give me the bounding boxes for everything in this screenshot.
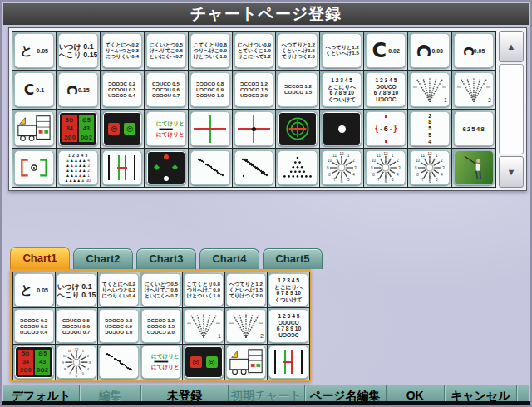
chart-cell[interactable]: 1 2 3 4 5ƆOUCO6 7 8 9 10UƆOƆC [364,71,407,109]
chart-cell[interactable]: にくいとつ0.5けへりてこ0.6といにくへ0.7 [145,32,188,70]
chart-cell[interactable] [101,149,144,187]
chart-cell[interactable]: にてけりとにてけりと [140,345,182,380]
chart-cell[interactable] [189,149,232,187]
chart-cell[interactable]: 5⊙342⊙0⊙5430⊙2 [57,110,100,148]
tab-chart4[interactable]: Chart4 [200,248,259,269]
chart-cell[interactable]: 1 2 3 4 5とこにりへ6 7 8 9 10くついけて [268,272,309,307]
chart-thumb-cross_dot [234,111,274,146]
chart-cell[interactable]: 1 2 3 4 5とこにりへ6 7 8 9 10くついけて [320,71,363,109]
chart-cell[interactable] [12,149,56,187]
chart-cell[interactable]: 28554 [408,110,451,148]
chart-cell[interactable] [233,149,276,187]
tab-chart2[interactable]: Chart2 [73,248,133,269]
chart-cell[interactable]: 62548 [452,110,495,148]
chart-library-grid: と0.05いつけ 0.1へこり 0.15てくとにへ0.2りへいつと0.3につりく… [12,31,496,188]
chart-cell[interactable]: にてけりとにてけりと [145,110,188,148]
chart-cell[interactable]: CƆUCO 0.5ƆOCƆU 0.6OƆƆOU 0.7 [145,71,188,109]
svg-text:10: 10 [372,159,376,163]
chart-thumb-num_landolt: 1 2 3 4 5ƆOUCO6 7 8 9 10UƆOƆC [268,309,308,342]
svg-text:9: 9 [415,166,417,170]
chart-cell[interactable]: ƆCCOƆ 1.2COƆCO 1.5 [276,71,319,109]
chart-cell[interactable]: にへけつい0.9とていくこ1.0りこにへて1.2 [233,32,276,70]
scrollbar-track[interactable] [499,64,524,154]
chart-thumb-worth4 [146,150,186,185]
chart-cell[interactable]: CƆUCO 0.5ƆOCƆU 0.6OƆƆOU 0.7 [56,308,97,343]
chart-cell[interactable]: C0.15 [57,71,100,109]
chart-cell[interactable] [276,110,319,148]
chart-cell[interactable]: こてくとり0.8つりへけこ0.9けとついく1.0 [189,32,232,70]
chart-cell[interactable]: C0.02 [364,32,407,70]
chart-cell[interactable]: 1 2 3 4 5ƆOUCO6 7 8 9 10UƆOƆC [268,308,309,343]
chart-cell[interactable]: ƆƆOCO 0.8UƆCOC 0.9ƆOƆUO 1.0 [98,308,140,343]
chart-cell[interactable]: へつてりと1.2くといへけ1.5てりけつく2.0 [225,272,267,307]
chart-thumb-cross [190,111,230,146]
chart-thumb-vert_digits: 28554 [410,111,450,146]
chart-cell[interactable]: ƆOOƆC 0.2COƆOU 0.3UƆCOƆ 0.4 [13,308,55,343]
chart-cell[interactable] [320,110,363,148]
chart-cell[interactable]: てくとにへ0.2りへいつと0.3につりくい0.4 [98,272,140,307]
chart-cell[interactable]: てくとにへ0.2りへいつと0.3につりくい0.4 [101,32,144,70]
chart-cell[interactable] [189,110,232,148]
chart-cell[interactable]: 2 [452,71,495,109]
scroll-down-button[interactable]: ▼ [499,156,524,188]
chart-cell[interactable]: C0.05 [452,32,495,70]
chart-cell[interactable]: 121234567891011 [320,149,363,187]
chart-cell[interactable]: 5⊙342⊙0⊙5430⊙2 [13,345,55,380]
chart-cell[interactable]: いつけ 0.1へこり 0.15 [56,272,97,307]
chart-cell[interactable]: ƆƆOCO 0.8UƆCOC 0.9ƆOƆUO 1.0 [189,71,232,109]
chart-cell[interactable]: ƆOOƆC 0.2COƆOU 0.3UƆCOƆ 0.4 [101,71,144,109]
chart-cell[interactable] [12,110,56,148]
chart-cell[interactable]: C0.03 [408,32,451,70]
svg-text:8: 8 [373,173,376,177]
chart-cell[interactable]: 1 [183,308,224,343]
chart-cell[interactable] [233,110,276,148]
library-scrollbar: ▲ ▼ [499,31,524,188]
chart-cell[interactable]: いつけ 0.1へこり 0.15 [57,32,100,70]
chart-cell[interactable]: 1 2 3 4 5▲▲▲▲▲4'▲▲▲▲▲3'▲▲▲▲▲2'▲▲▲▲▲1'▲▲▲… [57,149,100,187]
chart-thumb-white_spot [322,111,362,146]
svg-text:5: 5 [392,178,394,182]
tab-chart1[interactable]: Chart1 [10,247,70,269]
chart-cell[interactable] [276,149,319,187]
chart-cell[interactable]: にくいとつ0.5けへりてこ0.6といにくへ0.7 [140,272,182,307]
chart-thumb-kana_005: と0.05 [14,273,54,306]
chart-thumb-clock_a: 121234567891011 [322,150,362,185]
chart-thumb-rg_circles: ◎◎ [102,111,142,146]
chart-cell[interactable]: 121234567891011 [364,149,407,187]
chart-cell[interactable]: ◎◎ [183,345,224,380]
svg-text:1: 1 [347,154,350,158]
chart-cell[interactable] [452,149,495,187]
svg-text:5: 5 [347,178,350,182]
svg-text:6: 6 [429,179,431,184]
chart-cell[interactable]: ƆCCOƆ 1.2COƆCO 1.5UƆOCƆ 2.0 [140,308,182,343]
chart-page-registration-window: チャートページ登録 と0.05いつけ 0.1へこり 0.15てくとにへ0.2りへ… [0,0,532,407]
chart-cell[interactable]: こてくとり0.8つりへけこ0.9けとついく1.0 [183,272,224,307]
svg-text:8: 8 [416,173,419,177]
chart-cell[interactable]: ƆCCOƆ 1.2COƆCO 1.5UƆOCƆ 2.0 [233,71,276,109]
chart-cell[interactable]: 121234567891011 [56,345,97,380]
chart-cell[interactable]: 1 [408,71,451,109]
svg-text:7: 7 [422,178,425,182]
chart-cell[interactable]: 121234567891011 [408,149,451,187]
chart-cell[interactable] [225,345,267,380]
page-title: チャートページ登録 [3,3,529,25]
chart-thumb-kana_08: こてくとり0.8つりへけこ0.9けとついく1.0 [184,273,224,306]
chart-cell[interactable]: へつてりと1.2くといへけ1.5てりけつく2.0 [276,32,319,70]
tab-chart5[interactable]: Chart5 [263,248,323,269]
chart-thumb-kana_05: にくいとつ0.5けへりてこ0.6といにくへ0.7 [146,33,186,68]
chart-cell[interactable] [268,345,309,380]
chart-cell[interactable]: と0.05 [12,32,56,70]
chart-cell[interactable]: ◎◎ [101,110,144,148]
chart-cell[interactable]: 2 [225,308,267,343]
chart-cell[interactable]: へつてりと1.2くといへけ1.5 [320,32,363,70]
svg-text:12: 12 [428,152,432,156]
chart-cell[interactable] [98,345,140,380]
tab-chart3[interactable]: Chart3 [136,248,196,269]
chart-cell[interactable] [145,149,188,187]
chart-thumb-kana_12b: へつてりと1.2くといへけ1.5 [322,33,362,68]
chart-cell[interactable]: と0.05 [13,272,55,307]
scroll-up-button[interactable]: ▲ [499,31,524,62]
chart-cell[interactable]: {-6-} [364,110,407,148]
chart-thumb-clock_c: 121234567891011 [410,150,450,185]
chart-cell[interactable]: C0.1 [12,71,56,109]
